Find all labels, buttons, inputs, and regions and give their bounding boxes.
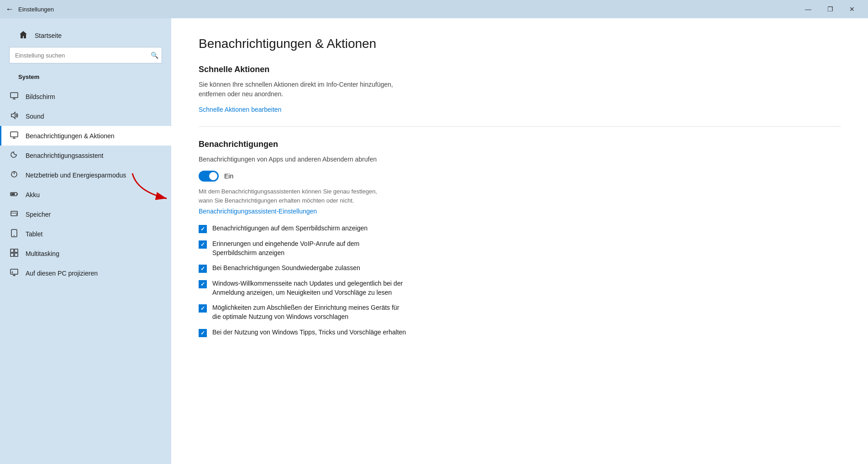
sidebar-item-benachrichtigungsassistent[interactable]: Benachrichtigungsassistent (0, 146, 171, 165)
search-input[interactable] (9, 47, 162, 63)
sidebar-akku-label: Akku (26, 191, 40, 198)
sidebar-item-akku[interactable]: Akku (0, 185, 171, 204)
content-area: Benachrichtigungen & Aktionen Schnelle A… (171, 18, 868, 464)
page-title: Benachrichtigungen & Aktionen (199, 36, 841, 51)
checkbox-item-5: Möglichkeiten zum Abschließen der Einric… (199, 303, 841, 321)
checkbox-item-2: Erinnerungen und eingehende VoIP-Anrufe … (199, 240, 841, 257)
sidebar-item-multitasking[interactable]: Multitasking (0, 244, 171, 263)
svg-rect-19 (11, 253, 14, 256)
sidebar-item-netzbetrieb[interactable]: Netzbetrieb und Energiesparmodus (0, 165, 171, 185)
storage-icon (9, 209, 19, 219)
main-container: Startseite 🔍 System B (0, 18, 868, 464)
sidebar-speicher-label: Speicher (26, 211, 51, 218)
svg-rect-18 (15, 249, 18, 252)
svg-marker-3 (11, 112, 15, 119)
svg-rect-21 (11, 269, 18, 274)
projizieren-icon (9, 268, 19, 278)
svg-rect-20 (15, 253, 18, 256)
section-divider (199, 126, 841, 127)
search-button[interactable]: 🔍 (151, 52, 158, 59)
battery-icon (9, 189, 19, 200)
svg-rect-11 (11, 193, 15, 195)
checkbox-label-6: Bei der Nutzung von Windows Tipps, Trick… (212, 328, 406, 337)
notifications-title: Benachrichtigungen (199, 140, 841, 149)
sidebar-item-benachrichtigungen[interactable]: Benachrichtigungen & Aktionen (0, 126, 171, 146)
quick-actions-title: Schnelle Aktionen (199, 65, 841, 74)
svg-point-16 (14, 235, 15, 236)
checkbox-item-1: Benachrichtigungen auf dem Sperrbildschi… (199, 224, 841, 233)
sidebar-netzbetrieb-label: Netzbetrieb und Energiesparmodus (26, 172, 126, 179)
sidebar-item-sound[interactable]: Sound (0, 106, 171, 126)
titlebar-controls: — ❐ ✕ (798, 2, 863, 16)
sidebar-benachrichtigungen-label: Benachrichtigungen & Aktionen (26, 132, 115, 140)
search-wrapper: 🔍 (9, 47, 162, 63)
checkbox-item-4: Windows-Willkommensseite nach Updates un… (199, 279, 841, 297)
titlebar: ← Einstellungen — ❐ ✕ (0, 0, 868, 18)
monitor-icon (9, 91, 19, 102)
moon-icon (9, 150, 19, 161)
checkbox-1[interactable] (199, 225, 207, 233)
sidebar-nav: Bildschirm Sound (0, 87, 171, 283)
multitasking-icon (9, 248, 19, 259)
notifications-toggle[interactable] (199, 171, 219, 182)
back-icon: ← (5, 5, 14, 14)
sidebar-item-speicher[interactable]: Speicher (0, 204, 171, 224)
titlebar-left: ← Einstellungen (5, 5, 54, 14)
checkbox-label-5: Möglichkeiten zum Abschließen der Einric… (212, 303, 399, 321)
close-button[interactable]: ✕ (842, 2, 863, 16)
sidebar-item-projizieren[interactable]: Auf diesen PC projizieren (0, 263, 171, 283)
titlebar-title: Einstellungen (18, 6, 54, 13)
helper-text: Mit dem Benachrichtigungsassistenten kön… (199, 187, 841, 205)
assistant-link[interactable]: Benachrichtigungsassistent-Einstellungen (199, 208, 841, 215)
home-icon (18, 30, 28, 41)
sidebar-sound-label: Sound (26, 113, 44, 120)
sidebar-top: Startseite 🔍 System (0, 18, 171, 87)
svg-rect-12 (11, 211, 17, 216)
toggle-row: Ein (199, 171, 841, 182)
quick-actions-link[interactable]: Schnelle Aktionen bearbeiten (199, 106, 281, 113)
tablet-icon (9, 229, 19, 239)
sound-icon (9, 111, 19, 121)
svg-rect-17 (11, 249, 14, 252)
checkbox-label-4: Windows-Willkommensseite nach Updates un… (212, 279, 403, 297)
sidebar-bildschirm-label: Bildschirm (26, 93, 55, 100)
toggle-description: Benachrichtigungen von Apps und anderen … (199, 155, 841, 164)
svg-rect-10 (17, 193, 18, 195)
checkbox-3[interactable] (199, 265, 207, 273)
checkbox-label-2: Erinnerungen und eingehende VoIP-Anrufe … (212, 240, 359, 257)
svg-point-14 (16, 214, 17, 215)
sidebar-item-bildschirm[interactable]: Bildschirm (0, 87, 171, 106)
sidebar-projizieren-label: Auf diesen PC projizieren (26, 270, 98, 277)
restore-button[interactable]: ❐ (820, 2, 841, 16)
sidebar-tablet-label: Tablet (26, 230, 42, 238)
sidebar-startseite-label: Startseite (35, 32, 62, 39)
checkbox-item-6: Bei der Nutzung von Windows Tipps, Trick… (199, 328, 841, 337)
quick-actions-description: Sie können Ihre schnellen Aktionen direk… (199, 80, 841, 99)
svg-rect-0 (11, 93, 18, 98)
power-icon (9, 170, 19, 180)
checkbox-label-1: Benachrichtigungen auf dem Sperrbildschi… (212, 224, 368, 233)
sidebar: Startseite 🔍 System B (0, 18, 171, 464)
sidebar-section-label: System (9, 71, 162, 82)
sidebar-item-startseite[interactable]: Startseite (9, 26, 162, 45)
checkbox-label-3: Bei Benachrichtigungen Soundwiedergabe z… (212, 264, 360, 273)
checkbox-4[interactable] (199, 280, 207, 288)
sidebar-assistenten-label: Benachrichtigungsassistent (26, 152, 103, 159)
sidebar-item-tablet[interactable]: Tablet (0, 224, 171, 244)
notification-icon (9, 130, 19, 141)
checkbox-5[interactable] (199, 304, 207, 313)
minimize-button[interactable]: — (798, 2, 819, 16)
checkbox-6[interactable] (199, 329, 207, 337)
checkbox-item-3: Bei Benachrichtigungen Soundwiedergabe z… (199, 264, 841, 273)
svg-rect-4 (11, 132, 18, 137)
toggle-label: Ein (224, 172, 233, 180)
checkbox-2[interactable] (199, 240, 207, 249)
sidebar-multitasking-label: Multitasking (26, 250, 59, 257)
